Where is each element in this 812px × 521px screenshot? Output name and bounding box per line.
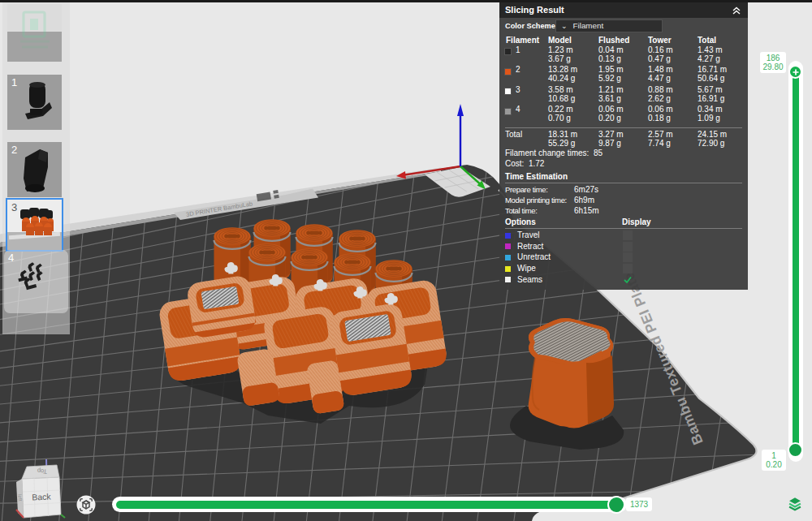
svg-text:left: left (17, 493, 24, 502)
svg-text:Back: Back (32, 491, 52, 502)
svg-text:Top: Top (37, 467, 48, 476)
